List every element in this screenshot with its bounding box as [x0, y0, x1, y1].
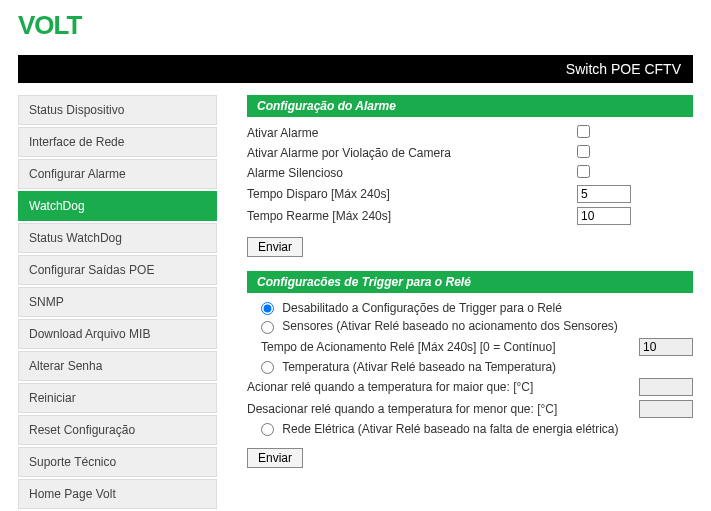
label-violacao-camera: Ativar Alarme por Violação de Camera [247, 146, 577, 160]
brand-logo: VOLT [18, 10, 81, 41]
checkbox-ativar-alarme[interactable] [577, 125, 590, 138]
alarm-submit-button[interactable]: Enviar [247, 237, 303, 257]
alarm-section-title: Configuração do Alarme [247, 95, 693, 117]
label-trigger-temperatura: Temperatura (Ativar Relé baseado na Temp… [282, 360, 556, 374]
label-ativar-alarme: Ativar Alarme [247, 126, 577, 140]
sidebar-item-configurar-alarme[interactable]: Configurar Alarme [18, 159, 217, 189]
sidebar-nav: Status Dispositivo Interface de Rede Con… [18, 95, 217, 509]
sidebar-item-interface-rede[interactable]: Interface de Rede [18, 127, 217, 157]
trigger-submit-button[interactable]: Enviar [247, 448, 303, 468]
label-trigger-rede: Rede Elétrica (Ativar Relé baseado na fa… [282, 422, 618, 436]
sidebar-item-reiniciar[interactable]: Reiniciar [18, 383, 217, 413]
radio-trigger-disabled[interactable] [261, 302, 274, 315]
sidebar-item-configurar-saidas-poe[interactable]: Configurar Saídas POE [18, 255, 217, 285]
input-tempo-disparo[interactable] [577, 185, 631, 203]
checkbox-alarme-silencioso[interactable] [577, 165, 590, 178]
checkbox-violacao-camera[interactable] [577, 145, 590, 158]
sidebar-item-suporte-tecnico[interactable]: Suporte Técnico [18, 447, 217, 477]
label-acionar-maior: Acionar relé quando a temperatura for ma… [247, 380, 639, 394]
sidebar-item-watchdog[interactable]: WatchDog [18, 191, 217, 221]
trigger-section-title: Configuracões de Trigger para o Relé [247, 271, 693, 293]
label-tempo-rearme: Tempo Rearme [Máx 240s] [247, 209, 577, 223]
input-desacionar-menor[interactable] [639, 400, 693, 418]
input-tempo-acionamento[interactable] [639, 338, 693, 356]
page-title-bar: Switch POE CFTV [18, 55, 693, 83]
sidebar-item-snmp[interactable]: SNMP [18, 287, 217, 317]
radio-trigger-temperatura[interactable] [261, 361, 274, 374]
sidebar-item-status-watchdog[interactable]: Status WatchDog [18, 223, 217, 253]
page-title: Switch POE CFTV [566, 61, 681, 77]
radio-trigger-rede[interactable] [261, 423, 274, 436]
label-alarme-silencioso: Alarme Silencioso [247, 166, 577, 180]
sidebar-item-alterar-senha[interactable]: Alterar Senha [18, 351, 217, 381]
label-desacionar-menor: Desacionar relé quando a temperatura for… [247, 402, 639, 416]
label-trigger-disabled: Desabilitado a Configurações de Trigger … [282, 301, 562, 315]
radio-trigger-sensores[interactable] [261, 321, 274, 334]
sidebar-item-download-mib[interactable]: Download Arquivo MIB [18, 319, 217, 349]
label-tempo-acionamento: Tempo de Acionamento Relé [Máx 240s] [0 … [247, 340, 639, 354]
label-tempo-disparo: Tempo Disparo [Máx 240s] [247, 187, 577, 201]
input-acionar-maior[interactable] [639, 378, 693, 396]
input-tempo-rearme[interactable] [577, 207, 631, 225]
sidebar-item-status-dispositivo[interactable]: Status Dispositivo [18, 95, 217, 125]
sidebar-item-reset-config[interactable]: Reset Configuração [18, 415, 217, 445]
main-content: Configuração do Alarme Ativar Alarme Ati… [217, 95, 693, 509]
sidebar-item-home-page-volt[interactable]: Home Page Volt [18, 479, 217, 509]
label-trigger-sensores: Sensores (Ativar Relé baseado no acionam… [282, 319, 618, 333]
